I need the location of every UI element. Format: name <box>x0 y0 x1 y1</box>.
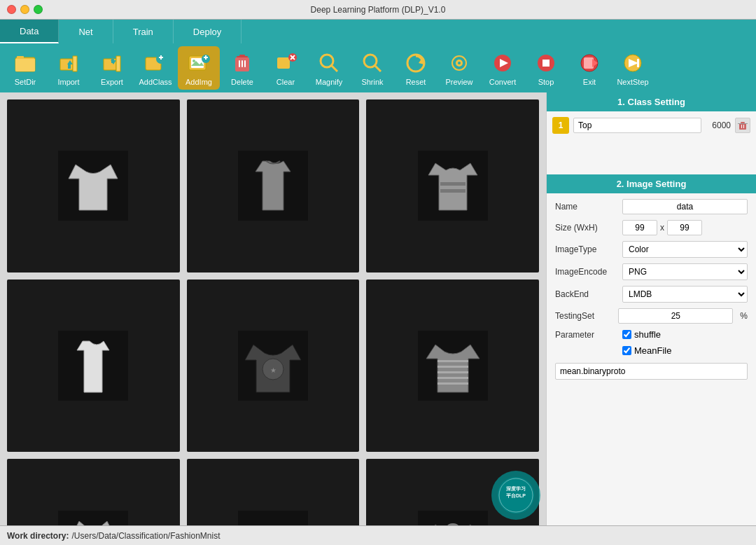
image-grid: ★ <box>7 99 539 525</box>
delete-button[interactable]: Delete <box>221 46 263 90</box>
backend-label: BackEnd <box>555 289 618 299</box>
setdir-label: SetDir <box>15 78 36 86</box>
svg-point-17 <box>192 60 195 62</box>
svg-rect-25 <box>239 60 240 67</box>
tab-deploy[interactable]: Deploy <box>174 20 241 43</box>
meanfile-checkbox[interactable] <box>622 346 631 355</box>
image-cell-3[interactable] <box>366 99 539 272</box>
import-button[interactable]: Import <box>48 46 90 90</box>
svg-text:平台DLP: 平台DLP <box>506 492 526 498</box>
svg-rect-47 <box>542 60 550 67</box>
svg-rect-49 <box>584 57 594 69</box>
reset-button[interactable]: Reset <box>395 46 437 90</box>
tab-train[interactable]: Train <box>113 20 174 43</box>
image-grid-container[interactable]: ★ <box>0 92 546 525</box>
height-input[interactable] <box>667 220 702 235</box>
size-row: Size (WxH) x <box>555 220 748 235</box>
class-setting-header: 1. Class Setting <box>547 92 756 111</box>
stop-icon <box>533 50 559 76</box>
svg-rect-57 <box>440 189 465 193</box>
status-label: Work directory: <box>7 531 69 541</box>
import-label: Import <box>57 78 79 86</box>
maximize-button[interactable] <box>34 5 43 14</box>
exit-button[interactable]: Exit <box>568 46 610 90</box>
image-cell-8[interactable] <box>187 459 360 525</box>
stop-label: Stop <box>538 78 554 86</box>
export-button[interactable]: Export <box>91 46 133 90</box>
image-cell-2[interactable] <box>187 99 360 272</box>
backend-select[interactable]: LMDB LevelDB <box>622 286 748 303</box>
svg-rect-66 <box>438 371 468 373</box>
close-button[interactable] <box>7 5 16 14</box>
imagetype-select[interactable]: Color Gray <box>622 241 748 258</box>
tab-data[interactable]: Data <box>0 20 59 43</box>
preview-icon <box>447 50 472 76</box>
shuffle-text: shuffle <box>634 329 661 340</box>
image-cell-5[interactable]: ★ <box>187 280 360 453</box>
backend-row: BackEnd LMDB LevelDB <box>555 286 748 303</box>
delete-class-button-1[interactable] <box>735 118 750 133</box>
imagetype-label: ImageType <box>555 244 618 254</box>
shrink-button[interactable]: Shrink <box>351 46 393 90</box>
image-cell-7[interactable] <box>7 459 180 525</box>
image-cell-6[interactable] <box>366 280 539 453</box>
convert-button[interactable]: Convert <box>482 46 524 90</box>
convert-label: Convert <box>489 78 517 86</box>
meanfile-input[interactable] <box>555 363 748 380</box>
class-name-input-1[interactable] <box>573 118 701 133</box>
svg-point-43 <box>458 62 461 64</box>
shuffle-label[interactable]: shuffle <box>622 329 661 340</box>
svg-rect-87 <box>741 125 742 128</box>
tab-net[interactable]: Net <box>59 20 113 43</box>
testingset-row: TestingSet % <box>555 308 748 324</box>
delete-label: Delete <box>231 78 253 86</box>
svg-text:★: ★ <box>270 366 276 374</box>
image-cell-1[interactable] <box>7 99 180 272</box>
parameter-row: Parameter shuffle <box>555 329 748 340</box>
clear-button[interactable]: Clear <box>265 46 307 90</box>
svg-marker-8 <box>116 56 120 71</box>
nextstep-icon <box>620 50 645 76</box>
stop-button[interactable]: Stop <box>525 46 567 90</box>
svg-rect-58 <box>440 182 465 186</box>
size-inputs: x <box>622 220 748 235</box>
window-controls[interactable] <box>7 5 43 14</box>
addimg-icon <box>186 50 211 76</box>
imageencode-row: ImageEncode PNG JPEG BMP <box>555 263 748 280</box>
testingset-input[interactable] <box>618 308 733 324</box>
preview-button[interactable]: Preview <box>438 46 480 90</box>
addclass-label: AddClass <box>139 78 172 86</box>
status-path: /Users/Data/Classification/FashionMnist <box>71 531 220 541</box>
setdir-button[interactable]: SetDir <box>4 46 46 90</box>
magnify-icon <box>316 50 342 76</box>
addclass-button[interactable]: AddClass <box>134 46 176 90</box>
nextstep-label: NextStep <box>617 78 648 86</box>
magnify-button[interactable]: Magnify <box>308 46 350 90</box>
shuffle-checkbox[interactable] <box>622 330 631 339</box>
svg-rect-84 <box>739 123 746 130</box>
image-setting-area: Name Size (WxH) x ImageType Color Gray <box>547 193 756 525</box>
nav-tabs: Data Net Train Deploy <box>0 20 756 43</box>
svg-rect-6 <box>68 64 71 69</box>
minimize-button[interactable] <box>20 5 29 14</box>
imageencode-select[interactable]: PNG JPEG BMP <box>622 263 748 280</box>
addimg-button[interactable]: AddImg <box>178 46 220 90</box>
image-setting-header: 2. Image Setting <box>547 174 756 193</box>
nextstep-button[interactable]: NextStep <box>612 46 654 90</box>
title-bar: Deep Learning Platform (DLP)_V1.0 <box>0 0 756 20</box>
svg-rect-68 <box>438 382 468 385</box>
name-row: Name <box>555 199 748 214</box>
image-cell-4[interactable] <box>7 280 180 453</box>
class-num-badge-1: 1 <box>552 117 569 134</box>
percent-label: % <box>740 311 748 321</box>
width-input[interactable] <box>622 220 657 235</box>
x-separator: x <box>660 223 664 233</box>
meanfile-label[interactable]: MeanFile <box>622 345 671 356</box>
svg-rect-65 <box>438 366 468 368</box>
export-label: Export <box>101 78 123 86</box>
reset-label: Reset <box>406 78 426 86</box>
meanfile-row: MeanFile <box>555 345 748 356</box>
svg-marker-4 <box>73 56 77 71</box>
name-input[interactable] <box>622 199 748 214</box>
svg-text:深度学习: 深度学习 <box>506 485 526 491</box>
